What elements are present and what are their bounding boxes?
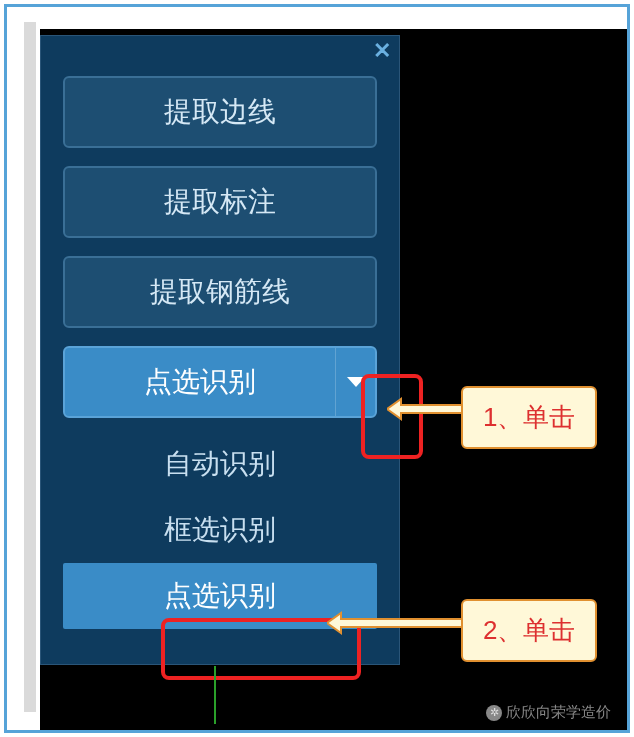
extract-edge-button[interactable]: 提取边线 — [63, 76, 377, 148]
button-label: 提取钢筋线 — [150, 273, 290, 311]
dropdown-item-point[interactable]: 点选识别 — [63, 563, 377, 629]
chevron-down-icon — [347, 377, 365, 387]
dropdown-item-auto[interactable]: 自动识别 — [63, 431, 377, 497]
svg-marker-0 — [347, 377, 365, 387]
extract-annotation-button[interactable]: 提取标注 — [63, 166, 377, 238]
point-recognition-button[interactable]: 点选识别 — [63, 346, 377, 418]
callout-text: 1、单击 — [483, 402, 575, 432]
close-icon[interactable]: ✕ — [373, 38, 391, 64]
watermark: ✲ 欣欣向荣学造价 — [486, 703, 611, 722]
grey-strip — [24, 22, 36, 712]
callout-text: 2、单击 — [483, 615, 575, 645]
dropdown-toggle[interactable] — [335, 348, 375, 416]
extract-rebar-line-button[interactable]: 提取钢筋线 — [63, 256, 377, 328]
button-group: 提取边线 提取标注 提取钢筋线 点选识别 — [63, 76, 377, 436]
recognition-panel: ✕ 提取边线 提取标注 提取钢筋线 点选识别 自动识别 框选 — [40, 35, 400, 665]
button-label: 提取标注 — [164, 183, 276, 221]
dropdown-item-box[interactable]: 框选识别 — [63, 497, 377, 563]
recognition-dropdown: 自动识别 框选识别 点选识别 — [63, 431, 377, 629]
green-marker-line — [214, 666, 216, 724]
button-label: 提取边线 — [164, 93, 276, 131]
callout-step-1: 1、单击 — [461, 386, 597, 449]
button-label: 点选识别 — [65, 363, 335, 401]
wechat-icon: ✲ — [486, 705, 502, 721]
callout-step-2: 2、单击 — [461, 599, 597, 662]
watermark-text: 欣欣向荣学造价 — [506, 703, 611, 722]
